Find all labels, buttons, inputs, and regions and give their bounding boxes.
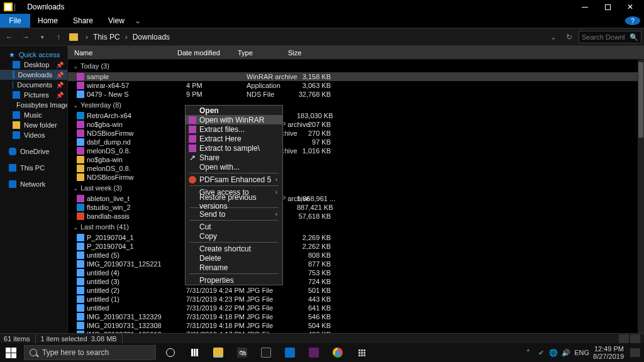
view-mode-icons-button[interactable] — [630, 334, 640, 343]
file-row[interactable]: P_20190704_1PMJPG File2,262 KB — [68, 242, 638, 251]
file-row[interactable]: untitled7/31/2019 4:22 PMJPG File641 KB — [68, 304, 638, 312]
sidebar-fossbytes[interactable]: Fossbytes Images — [0, 100, 67, 110]
file-row[interactable]: melonDS_0.8.PMWinRAR archive1,016 KB — [68, 146, 638, 155]
taskbar-mail[interactable] — [255, 343, 277, 362]
column-header-name[interactable]: Name — [68, 49, 177, 57]
search-input[interactable] — [579, 33, 627, 41]
taskbar-search[interactable]: Type here to search — [24, 345, 156, 360]
ribbon-tab-file[interactable]: File — [0, 14, 30, 28]
file-row[interactable]: 0479 - New S9 PMNDS File32,768 KB — [68, 90, 638, 99]
column-header-date[interactable]: Date modified — [177, 49, 238, 57]
nav-recent-button[interactable]: ▾ — [35, 30, 49, 44]
taskbar-unknown-app[interactable] — [351, 343, 372, 362]
ctx-extract-files[interactable]: Extract files... — [186, 124, 282, 134]
nav-forward-button[interactable]: → — [19, 30, 33, 44]
vertical-scrollbar[interactable] — [638, 60, 644, 333]
ribbon-tab-view[interactable]: View — [101, 14, 132, 28]
breadcrumb[interactable]: This PC Downloads — [69, 33, 170, 41]
window-minimize-button[interactable] — [574, 0, 596, 14]
ctx-extract-here[interactable]: Extract Here — [186, 134, 282, 143]
ctx-rename[interactable]: Rename — [186, 263, 282, 272]
ctx-open-with[interactable]: Open with... — [186, 162, 282, 172]
group-header[interactable]: Yesterday (8) — [68, 99, 638, 111]
taskbar-slack[interactable] — [303, 343, 325, 362]
search-box[interactable]: 🔍 — [579, 31, 641, 43]
group-header[interactable]: Last month (41) — [68, 221, 638, 233]
ctx-open-winrar[interactable]: Open with WinRAR — [186, 115, 282, 124]
task-view-button[interactable] — [184, 343, 205, 362]
sidebar-network[interactable]: Network — [0, 179, 67, 189]
sidebar-downloads[interactable]: Downloads📌 — [0, 70, 67, 80]
ctx-cut[interactable]: Cut — [186, 222, 282, 231]
file-row[interactable]: untitled (2)7/31/2019 4:24 PMJPG File501… — [68, 286, 638, 295]
ctx-send-to[interactable]: Send to› — [186, 209, 282, 219]
column-header-type[interactable]: Type — [238, 49, 288, 57]
taskbar-file-explorer[interactable] — [208, 343, 229, 362]
sidebar-quick-access[interactable]: ★Quick access — [0, 50, 67, 60]
ctx-open[interactable]: Open — [186, 106, 282, 115]
ctx-create-shortcut[interactable]: Create shortcut — [186, 244, 282, 253]
ribbon-tab-home[interactable]: Home — [30, 14, 65, 28]
ctx-extract-to[interactable]: Extract to sample\ — [186, 143, 282, 153]
tray-globe-icon[interactable]: 🌐 — [549, 348, 558, 357]
ctx-delete[interactable]: Delete — [186, 253, 282, 263]
file-row[interactable]: untitled (4)7/31/2019 4:25 PMJPG File753… — [68, 268, 638, 277]
tray-action-center-button[interactable] — [630, 348, 640, 357]
taskbar-chrome[interactable] — [327, 343, 348, 362]
file-row[interactable]: NDSBiosFirmwPMFile folder — [68, 173, 638, 182]
ribbon-expand-button[interactable]: ⌄ — [132, 14, 143, 28]
ctx-copy[interactable]: Copy — [186, 231, 282, 241]
breadcrumb-this-pc[interactable]: This PC — [93, 33, 120, 41]
file-row[interactable]: ableton_live_tPMWinRAR ZIP archive1,868,… — [68, 194, 638, 203]
file-row[interactable]: winrar-x64-574 PMApplication3,063 KB — [68, 81, 638, 90]
file-row[interactable]: IMG_20190731_1323297/31/2019 4:18 PMJPG … — [68, 312, 638, 321]
file-row[interactable]: untitled (3)7/31/2019 4:24 PMJPG File724… — [68, 277, 638, 286]
view-mode-details-button[interactable] — [619, 334, 629, 343]
tray-clock[interactable]: 12:49 PM 8/27/2019 — [593, 345, 624, 360]
ctx-restore[interactable]: Restore previous versions — [186, 197, 282, 206]
breadcrumb-downloads[interactable]: Downloads — [133, 33, 170, 41]
file-row[interactable]: NDSBiosFirmwPMWinRAR archive270 KB — [68, 129, 638, 138]
file-row[interactable]: untitled (5)7/31/2019 4:35 PMJPG File808… — [68, 251, 638, 260]
tray-security-icon[interactable]: ✔ — [536, 348, 545, 357]
sidebar-videos[interactable]: Videos — [0, 130, 67, 140]
nav-back-button[interactable]: ← — [3, 30, 16, 44]
window-maximize-button[interactable] — [596, 0, 619, 14]
file-row[interactable]: no$gba-winPMFile folder — [68, 155, 638, 164]
sidebar-onedrive[interactable]: OneDrive — [0, 146, 67, 156]
cortana-button[interactable] — [160, 343, 181, 362]
nav-up-button[interactable]: ↑ — [52, 30, 65, 44]
start-button[interactable] — [0, 343, 21, 362]
window-close-button[interactable]: ✕ — [619, 0, 641, 14]
tray-volume-icon[interactable]: 🔊 — [562, 348, 570, 357]
file-row[interactable]: RetroArch-x64Application183,030 KB — [68, 111, 638, 120]
file-row[interactable]: dsbf_dump.ndPMNDS File97 KB — [68, 138, 638, 146]
file-row[interactable]: IMG_20190731_1252217/31/2019 4:32 PMJPG … — [68, 260, 638, 268]
file-row[interactable]: IMG_20190731_1256107/31/2019 4:17 PMJPG … — [68, 330, 638, 333]
taskbar-edge[interactable] — [279, 343, 301, 362]
ctx-properties[interactable]: Properties — [186, 275, 282, 285]
address-refresh-button[interactable]: ↻ — [562, 33, 576, 41]
sidebar-pictures[interactable]: Pictures📌 — [0, 90, 67, 100]
file-row[interactable]: bandlab-assisPMApplication57,618 KB — [68, 212, 638, 221]
ribbon-tab-share[interactable]: Share — [65, 14, 101, 28]
scrollbar-thumb[interactable] — [638, 62, 643, 138]
tray-language[interactable]: ENG — [574, 349, 589, 356]
group-header[interactable]: Today (3) — [68, 60, 638, 72]
sidebar-this-pc[interactable]: This PC — [0, 163, 67, 173]
ribbon-help-button[interactable]: ? — [625, 16, 640, 25]
group-header[interactable]: Last week (3) — [68, 182, 638, 194]
sidebar-desktop[interactable]: Desktop📌 — [0, 60, 67, 70]
file-row[interactable]: sampleWinRAR archive3,158 KB — [68, 72, 638, 81]
file-row[interactable]: flstudio_win_2PMApplication887,421 KB — [68, 203, 638, 212]
ctx-share[interactable]: ↗Share — [186, 153, 282, 162]
file-row[interactable]: melonDS_0.8.PMFile folder — [68, 164, 638, 173]
file-row[interactable]: no$gba-winPMWinRAR ZIP archive207 KB — [68, 120, 638, 129]
ctx-pdfsam[interactable]: PDFsam Enhanced 5› — [186, 175, 282, 184]
column-header-size[interactable]: Size — [288, 49, 326, 57]
file-row[interactable]: IMG_20190731_1323087/31/2019 4:18 PMJPG … — [68, 321, 638, 330]
tray-overflow-button[interactable]: ˄ — [524, 348, 533, 357]
sidebar-documents[interactable]: Documents📌 — [0, 80, 67, 90]
sidebar-new-folder[interactable]: New folder — [0, 120, 67, 130]
file-row[interactable]: P_20190704_1PMJPG File2,269 KB — [68, 233, 638, 242]
